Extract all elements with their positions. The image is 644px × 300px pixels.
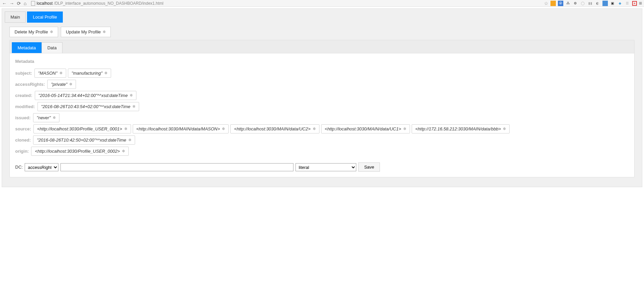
meta-row-accessRights: accessRights"private"✲ (15, 80, 629, 89)
remove-icon[interactable]: ✲ (130, 93, 133, 98)
url-path: /DLP_interface_autonomous_NO_DASHBOARD/i… (54, 1, 163, 6)
meta-label: accessRights (15, 82, 46, 87)
ext-icon-12[interactable]: » (632, 1, 637, 6)
metadata-rows: subject"MASON"✲"manufacturing"✲accessRig… (15, 69, 629, 156)
top-tabs: Main Local Profile (5, 11, 639, 23)
ext-icon-1[interactable] (550, 1, 556, 6)
ext-icon-7[interactable]: ◐ (595, 1, 600, 6)
meta-value-text: "MASON" (38, 71, 57, 76)
save-button[interactable]: Save (358, 162, 380, 172)
nav-icons: ← → ⟳ ⌂ (2, 1, 26, 6)
tab-main[interactable]: Main (5, 11, 26, 23)
meta-label: created (15, 93, 33, 98)
page-icon (31, 1, 35, 6)
remove-icon[interactable]: ✲ (122, 149, 125, 153)
meta-value-text: "2016-08-26T10:43:54+02:00"^^xsd:dateTim… (41, 104, 131, 109)
ext-icon-8[interactable] (602, 1, 608, 6)
meta-row-cloned: cloned"2016-08-26T10:42:50+02:00"^^xsd:d… (15, 135, 629, 145)
app-body: Main Local Profile Delete My Profile ✲ U… (2, 8, 642, 187)
reload-icon[interactable]: ⟳ (17, 1, 21, 6)
meta-value-text: <http://172.16.58.212:3030/MAIN/data/bbb… (415, 126, 501, 131)
ext-icon-10[interactable]: ◆ (617, 1, 623, 6)
remove-icon[interactable]: ✲ (132, 104, 135, 109)
update-profile-button[interactable]: Update My Profile ✲ (61, 27, 111, 37)
dc-label: DC (15, 165, 23, 170)
tab-data[interactable]: Data (42, 42, 62, 53)
meta-label: source (15, 126, 32, 131)
meta-value-chip[interactable]: <http://localhost:3030/Profile_USER_0001… (33, 124, 131, 133)
meta-value-chip[interactable]: <http://localhost:3030/MAIN/data/UC1>✲ (321, 124, 410, 133)
meta-value-chip[interactable]: <http://localhost:3030/Profile_USER_0002… (31, 147, 129, 156)
meta-value-text: <http://localhost:3030/MAIN/data/UC1> (325, 126, 401, 131)
bookmark-star-icon[interactable]: ☆ (544, 1, 548, 6)
home-icon[interactable]: ⌂ (24, 1, 26, 6)
dc-property-select[interactable]: accessRights (25, 163, 58, 171)
meta-value-chip[interactable]: "2016-08-26T10:42:50+02:00"^^xsd:dateTim… (33, 135, 135, 145)
remove-icon[interactable]: ✲ (124, 127, 127, 131)
meta-value-chip[interactable]: <http://172.16.58.212:3030/MAIN/data/bbb… (412, 124, 510, 133)
gear-icon[interactable]: ⚙ (573, 1, 578, 6)
dc-type-select[interactable]: literal (295, 163, 356, 171)
inner-panel: Metadata Data Metadata subject"MASON"✲"m… (9, 40, 635, 177)
address-bar[interactable]: localhost/DLP_interface_autonomous_NO_DA… (29, 1, 541, 6)
menu-icon[interactable]: ≡ (639, 0, 642, 6)
gear-icon: ✲ (50, 30, 53, 34)
meta-value-chip[interactable]: <http://localhost:3030/MAIN/data/MASON>✲ (133, 124, 229, 133)
dc-form-row: DC accessRights literal Save (15, 162, 629, 172)
remove-icon[interactable]: ✲ (313, 127, 316, 131)
ext-icon-9[interactable]: ▣ (610, 1, 615, 6)
meta-value-text: <http://localhost:3030/MAIN/data/UC2> (234, 126, 310, 131)
meta-row-modified: modified"2016-08-26T10:43:54+02:00"^^xsd… (15, 102, 629, 111)
meta-value-chip[interactable]: "2016-05-14T21:34:44+02:00"^^xsd:dateTim… (35, 91, 137, 100)
meta-row-subject: subject"MASON"✲"manufacturing"✲ (15, 69, 629, 78)
meta-row-origin: origin<http://localhost:3030/Profile_USE… (15, 147, 629, 156)
url-host: localhost (36, 1, 52, 6)
tab-metadata[interactable]: Metadata (12, 42, 42, 53)
meta-value-text: "private" (51, 82, 67, 87)
meta-value-chip[interactable]: "manufacturing"✲ (68, 69, 111, 78)
inner-tabs: Metadata Data (10, 40, 634, 53)
meta-value-text: "manufacturing" (72, 71, 103, 76)
tab-local-profile[interactable]: Local Profile (27, 11, 63, 23)
meta-value-text: "2016-05-14T21:34:44+02:00"^^xsd:dateTim… (38, 93, 128, 98)
remove-icon[interactable]: ✲ (128, 138, 131, 142)
remove-icon[interactable]: ✲ (104, 71, 107, 75)
meta-label: subject (15, 71, 33, 76)
remove-icon[interactable]: ✲ (69, 82, 72, 86)
meta-value-text: <http://localhost:3030/Profile_USER_0002… (35, 149, 120, 154)
update-profile-label: Update My Profile (66, 29, 101, 34)
meta-label: origin (15, 149, 29, 154)
ext-icon-11[interactable]: ☰ (625, 1, 630, 6)
meta-value-text: "never" (37, 115, 51, 120)
ext-icon-6[interactable]: ▮▮ (588, 1, 593, 6)
gear-icon: ✲ (103, 30, 106, 34)
dc-value-input[interactable] (60, 163, 293, 171)
content: Metadata subject"MASON"✲"manufacturing"✲… (10, 53, 634, 177)
meta-value-chip[interactable]: "2016-08-26T10:43:54+02:00"^^xsd:dateTim… (37, 102, 139, 111)
remove-icon[interactable]: ✲ (53, 116, 56, 120)
meta-label: modified (15, 104, 36, 109)
browser-chrome: ← → ⟳ ⌂ localhost/DLP_interface_autonomo… (0, 0, 644, 7)
meta-value-chip[interactable]: "never"✲ (33, 113, 60, 122)
meta-value-text: <http://localhost:3030/MAIN/data/MASON> (136, 126, 220, 131)
forward-icon[interactable]: → (9, 1, 14, 6)
delete-profile-button[interactable]: Delete My Profile ✲ (9, 27, 58, 37)
section-title: Metadata (15, 59, 629, 64)
extension-icons: ☆ ⦿ ⁂ ⚙ ◯ ▮▮ ◐ ▣ ◆ ☰ » ≡ (544, 0, 642, 6)
remove-icon[interactable]: ✲ (403, 127, 406, 131)
profile-actions: Delete My Profile ✲ Update My Profile ✲ (9, 27, 639, 37)
ext-icon-5[interactable]: ◯ (580, 1, 586, 6)
meta-value-text: <http://localhost:3030/Profile_USER_0001… (37, 126, 122, 131)
delete-profile-label: Delete My Profile (15, 29, 48, 34)
meta-value-chip[interactable]: "private"✲ (47, 80, 76, 89)
ext-icon-2[interactable]: ⦿ (558, 1, 563, 6)
back-icon[interactable]: ← (2, 1, 7, 6)
meta-row-created: created"2016-05-14T21:34:44+02:00"^^xsd:… (15, 91, 629, 100)
remove-icon[interactable]: ✲ (59, 71, 62, 75)
remove-icon[interactable]: ✲ (503, 127, 506, 131)
remove-icon[interactable]: ✲ (222, 127, 225, 131)
ext-icon-3[interactable]: ⁂ (565, 1, 571, 6)
meta-value-chip[interactable]: "MASON"✲ (34, 69, 66, 78)
meta-value-chip[interactable]: <http://localhost:3030/MAIN/data/UC2>✲ (230, 124, 319, 133)
meta-row-source: source<http://localhost:3030/Profile_USE… (15, 124, 629, 133)
